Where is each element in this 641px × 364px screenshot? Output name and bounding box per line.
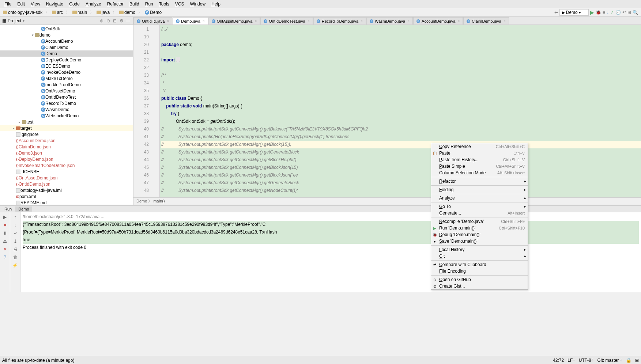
menu-navigate[interactable]: Navigate — [43, 1, 66, 7]
tree-item-wasmdemo[interactable]: C WasmDemo — [0, 106, 133, 113]
nav-back-icon[interactable]: ⬅ — [554, 10, 558, 15]
status-utf-8-[interactable]: UTF-8÷ — [579, 358, 594, 363]
exit-icon[interactable]: ⏏ — [2, 238, 8, 244]
code-content[interactable]: /.../package demo;import .../** * */publ… — [160, 25, 641, 197]
tree-item-maketxdemo[interactable]: C MakeTxDemo — [0, 75, 133, 81]
tab-close-icon[interactable]: × — [167, 19, 169, 23]
ctx-save-demo-main-[interactable]: ▸Save 'Demo.main()' — [431, 238, 528, 244]
tab-wasmdemo-java[interactable]: C WasmDemo.java × — [366, 17, 413, 24]
ctx-git[interactable]: Git — [431, 253, 528, 259]
clear-icon[interactable]: 🗑 — [12, 254, 19, 261]
tree-item--gitignore[interactable]: .gitignore — [0, 131, 133, 137]
ctx-paste-from-history-[interactable]: Paste from History...Ctrl+Shift+V — [431, 156, 528, 163]
tab-close-icon[interactable]: × — [361, 19, 363, 23]
tab-ontidtx-java[interactable]: C OntIdTx.java × — [133, 17, 172, 24]
ctx-paste-simple[interactable]: Paste SimpleCtrl+Alt+Shift+V — [431, 163, 528, 170]
ctx-folding[interactable]: Folding — [431, 186, 528, 193]
ctx-go-to[interactable]: Go To — [431, 203, 528, 210]
code-editor[interactable]: 1192021223233343536373839404142434445464… — [133, 25, 641, 197]
fold-column[interactable] — [155, 25, 160, 197]
ctx-create-gist-[interactable]: ⊙Create Gist... — [431, 283, 528, 289]
tree-item-ontassetdemo-json[interactable]: {} OntAssetDemo.json — [0, 175, 133, 181]
tab-demo-java[interactable]: C Demo.java × — [173, 17, 208, 24]
tree-item-claimdemo[interactable]: C ClaimDemo — [0, 44, 133, 50]
tree-item-ontiddemotest[interactable]: C OntIdDemoTest — [0, 94, 133, 100]
tree-item-accountdemo[interactable]: C AccountDemo — [0, 38, 133, 44]
menu-edit[interactable]: Edit — [14, 1, 28, 7]
tree-item-target[interactable]: ▸ target — [0, 125, 133, 131]
vcs-history-icon[interactable]: 🕘 — [615, 10, 621, 15]
ctx-analyze[interactable]: Analyze — [431, 195, 528, 201]
breadcrumb-main[interactable]: main — [71, 10, 88, 15]
ctx-copy-reference[interactable]: Copy ReferenceCtrl+Alt+Shift+C — [431, 143, 528, 150]
breadcrumb-ontology-java-sdk[interactable]: ontology-java-sdk — [1, 10, 44, 15]
ctx-compare-with-clipboard[interactable]: ⇄Compare with Clipboard — [431, 261, 528, 268]
menu-tools[interactable]: Tools — [156, 1, 172, 7]
status-git-master-[interactable]: Git: master ÷ — [597, 358, 622, 363]
ctx-column-selection-mode[interactable]: Column Selection ModeAlt+Shift+Insert — [431, 170, 528, 176]
tree-item-accountdemo-json[interactable]: {} AccountDemo.json — [0, 137, 133, 144]
tree-item-merkleproofdemo[interactable]: C merkleProofDemo — [0, 81, 133, 88]
close-icon[interactable]: ✕ — [2, 246, 8, 253]
tab-close-icon[interactable]: × — [504, 19, 506, 23]
console-output[interactable]: /home/blockchain/jdk1.8.0_172/bin/java .… — [20, 212, 641, 292]
vcs-revert-icon[interactable]: ↶ — [622, 10, 626, 15]
tab-close-icon[interactable]: × — [308, 19, 310, 23]
status-lf-[interactable]: LF÷ — [568, 358, 575, 363]
collapse-all-icon[interactable]: ⊟ — [112, 18, 118, 24]
rerun-icon[interactable]: ▶ — [2, 214, 8, 220]
filter-icon[interactable]: ⚡ — [12, 262, 19, 269]
ctx-refactor[interactable]: Refactor — [431, 178, 528, 185]
tab-ontassetdemo-java[interactable]: C OntAssetDemo.java × — [208, 17, 260, 24]
tree-item-ontsdk[interactable]: C OntSdk — [0, 26, 133, 32]
tree-item-claimdemo-json[interactable]: {} ClaimDemo.json — [0, 144, 133, 150]
pause-icon[interactable]: ⏸ — [2, 230, 8, 236]
ctx-debug-demo-main-[interactable]: 🐞Debug 'Demo.main()' — [431, 231, 528, 238]
status--[interactable]: ⊞ — [635, 358, 639, 363]
ctx-open-on-github[interactable]: ⊙Open on GitHub — [431, 276, 528, 283]
breadcrumb-demo[interactable]: C Demo — [143, 10, 163, 15]
tree-item-invokesmartcodedemo-json[interactable]: {} InvokeSmartCodeDemo.json — [0, 162, 133, 168]
status-42-72[interactable]: 42:72 — [553, 358, 564, 363]
stop-icon[interactable]: ■ — [2, 222, 8, 228]
tree-item-readme-md[interactable]: README.md — [0, 200, 133, 205]
tree-item-ontology-sdk-java-iml[interactable]: ontology-sdk-java.iml — [0, 187, 133, 193]
project-tree[interactable]: C OntSdk▾ demoC AccountDemoC ClaimDemoC … — [0, 25, 133, 205]
breadcrumb-demo[interactable]: demo — [118, 10, 137, 15]
menu-vcs[interactable]: VCS — [172, 1, 187, 7]
tab-ontiddemotest-java[interactable]: C OntIdDemoTest.java × — [260, 17, 313, 24]
tab-close-icon[interactable]: × — [457, 19, 460, 23]
down-icon[interactable]: ↓ — [12, 222, 19, 228]
ctx-run-demo-main-[interactable]: ▶Run 'Demo.main()'Ctrl+Shift+F10 — [431, 225, 528, 231]
tree-item-license[interactable]: LICENSE — [0, 168, 133, 175]
menu-refactor[interactable]: Refactor — [104, 1, 127, 7]
search-icon[interactable]: 🔍 — [633, 10, 638, 15]
run-button[interactable]: ▶ — [590, 10, 594, 15]
menu-file[interactable]: File — [1, 1, 14, 7]
ctx-recompile-demo-java-[interactable]: Recompile 'Demo.java'Ctrl+Shift+F9 — [431, 218, 528, 225]
menu-help[interactable]: Help — [208, 1, 223, 7]
ctx-generate-[interactable]: Generate...Alt+Insert — [431, 210, 528, 216]
tree-item-demo[interactable]: C Demo — [0, 50, 133, 57]
ctx-local-history[interactable]: Local History — [431, 246, 528, 253]
ctx-paste[interactable]: 📋PasteCtrl+V — [431, 150, 528, 156]
vcs-update-icon[interactable]: ↓ — [607, 10, 609, 15]
vcs-commit-icon[interactable]: ✓ — [610, 10, 614, 15]
autoscroll-to-source-icon[interactable]: ⊕ — [99, 18, 105, 24]
tree-item-eciesdemo[interactable]: C ECIESDemo — [0, 63, 133, 69]
tree-item-ontiddemo-json[interactable]: {} OntIdDemo.json — [0, 181, 133, 187]
tree-item-pom-xml[interactable]: m pom.xml — [0, 193, 133, 200]
code-breadcrumb[interactable]: Demo 〉 main() — [133, 197, 641, 205]
tab-claimdemo-java[interactable]: C ClaimDemo.java × — [463, 17, 509, 24]
scroll-end-icon[interactable]: ⤓ — [12, 238, 19, 244]
structure-icon[interactable]: ⊞ — [627, 10, 631, 15]
tab-close-icon[interactable]: × — [203, 19, 205, 23]
tree-item-demo3-json[interactable]: {} Demo3.json — [0, 150, 133, 156]
sidebar-view-icon[interactable]: ▦ — [2, 18, 6, 23]
run-tab-run[interactable]: Run — [1, 206, 15, 212]
tab-close-icon[interactable]: × — [254, 19, 257, 23]
tree-item-invokecodedemo[interactable]: C InvokeCodeDemo — [0, 69, 133, 75]
menu-build[interactable]: Build — [127, 1, 142, 7]
soft-wrap-icon[interactable]: ⤶ — [12, 230, 19, 236]
tab-recordtxdemo-java[interactable]: C RecordTxDemo.java × — [313, 17, 366, 24]
